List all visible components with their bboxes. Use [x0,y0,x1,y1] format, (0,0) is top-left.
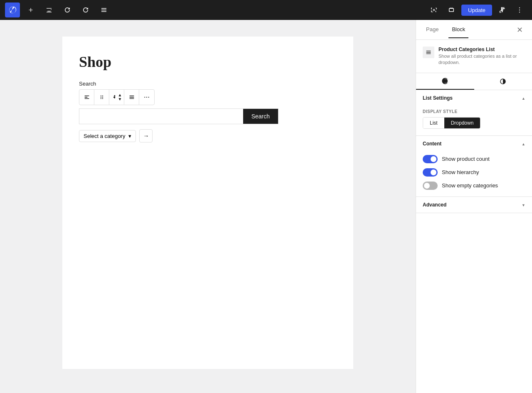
block-description: Show all product categories as a list or… [438,53,525,66]
show-product-count-toggle[interactable] [423,155,438,163]
search-block-label: Search [79,81,337,87]
svg-point-10 [146,97,147,98]
view-post-button[interactable] [444,2,459,17]
list-settings-section: List Settings DISPLAY STYLE List Dropdow… [416,90,532,136]
main-layout: Shop Search ▲▼ [0,20,532,393]
svg-point-5 [101,97,101,98]
content-section-title: Content [423,141,441,147]
svg-point-2 [519,12,520,12]
advanced-section-header[interactable]: Advanced [416,197,532,213]
category-row: Select a category ▾ → [79,129,337,142]
block-align-button[interactable] [79,90,94,105]
block-move-button[interactable]: ▲▼ [109,90,124,105]
svg-point-0 [519,7,520,8]
list-settings-content: DISPLAY STYLE List Dropdown [416,106,532,135]
show-empty-categories-row: Show empty categories [423,182,525,190]
block-info: Product Categories List Show all product… [416,40,532,73]
svg-point-11 [148,97,149,98]
page-title: Shop [79,53,337,71]
content-chevron [522,141,525,147]
settings-style-tab[interactable] [416,73,474,90]
toolbar-right: Update [426,2,527,17]
display-style-label: DISPLAY STYLE [423,109,525,114]
panel-tabs: Page Block ✕ [416,20,532,40]
list-settings-chevron [522,95,525,101]
block-toolbar: ▲▼ [79,89,155,105]
category-arrow-button[interactable]: → [139,129,153,142]
style-tabs [416,73,532,90]
block-title: Product Categories List [438,47,525,52]
search-input[interactable] [79,109,243,124]
search-submit-button[interactable]: Search [243,109,278,124]
advanced-title: Advanced [423,202,446,208]
content-section-content: Show product count Show hierarchy Show e… [416,152,532,196]
list-settings-title: List Settings [423,95,453,101]
block-type-icon [423,47,434,58]
show-product-count-label: Show product count [442,156,490,162]
tools-button[interactable] [42,2,57,17]
list-settings-header[interactable]: List Settings [416,90,532,106]
svg-point-7 [101,98,101,99]
canvas-area: Shop Search ▲▼ [0,20,416,393]
color-style-tab[interactable] [474,73,532,90]
category-chevron-icon: ▾ [128,133,131,139]
svg-point-8 [102,98,103,99]
right-panel: Page Block ✕ Product Categories List Sho… [416,20,532,393]
category-select-label: Select a category [84,133,125,139]
show-hierarchy-label: Show hierarchy [442,169,479,175]
show-hierarchy-row: Show hierarchy [423,168,525,177]
block-tab[interactable]: Block [448,21,468,38]
svg-point-6 [102,97,103,98]
advanced-chevron [522,202,525,208]
category-select[interactable]: Select a category ▾ [79,130,136,142]
undo-button[interactable] [60,2,75,17]
toggle-knob-3 [424,183,430,189]
more-options-button[interactable] [512,2,527,17]
update-button[interactable]: Update [461,5,492,16]
show-hierarchy-toggle[interactable] [423,168,438,177]
content-section: Content Show product count Show hierarch… [416,136,532,197]
top-toolbar: Update [0,0,532,20]
wp-logo[interactable] [5,2,20,17]
redo-button[interactable] [78,2,93,17]
svg-point-9 [144,97,145,98]
svg-point-4 [102,96,103,96]
panel-close-button[interactable]: ✕ [514,24,525,36]
page-tab[interactable]: Page [423,21,442,38]
settings-toggle-button[interactable] [495,2,510,17]
block-type-button[interactable] [124,90,139,105]
show-product-count-row: Show product count [423,155,525,163]
toggle-knob [431,156,436,162]
display-style-buttons: List Dropdown [423,117,480,129]
document-overview-button[interactable] [96,2,111,17]
content-section-header[interactable]: Content [416,136,532,152]
svg-point-1 [519,10,520,10]
add-block-button[interactable] [23,2,38,17]
show-empty-categories-label: Show empty categories [442,182,498,189]
block-more-button[interactable] [139,90,154,105]
canvas-content: Shop Search ▲▼ [62,37,353,369]
svg-point-3 [101,96,101,96]
block-drag-button[interactable] [94,90,109,105]
toggle-knob-2 [431,169,436,175]
show-empty-categories-toggle[interactable] [423,182,438,190]
preview-view-button[interactable] [426,2,441,17]
dropdown-style-button[interactable]: Dropdown [444,118,480,128]
list-style-button[interactable]: List [423,118,444,128]
search-input-row: Search [79,108,278,124]
advanced-section: Advanced [416,197,532,213]
